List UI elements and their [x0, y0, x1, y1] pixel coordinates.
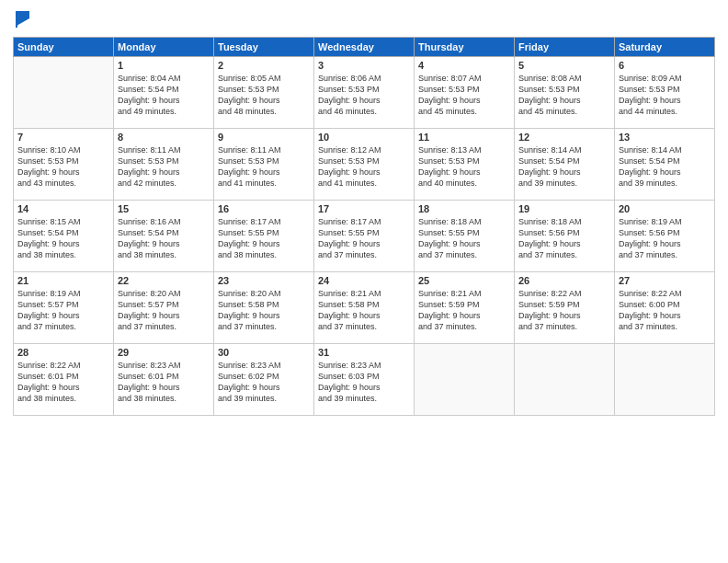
- day-number: 22: [118, 275, 210, 286]
- day-info: Sunrise: 8:21 AMSunset: 5:58 PMDaylight:…: [318, 288, 410, 333]
- day-number: 1: [118, 60, 210, 71]
- calendar-cell: 30Sunrise: 8:23 AMSunset: 6:02 PMDayligh…: [214, 344, 314, 416]
- day-number: 17: [318, 203, 410, 214]
- calendar-cell: 9Sunrise: 8:11 AMSunset: 5:53 PMDaylight…: [214, 129, 314, 201]
- calendar-cell: 7Sunrise: 8:10 AMSunset: 5:53 PMDaylight…: [14, 129, 114, 201]
- calendar-cell: 2Sunrise: 8:05 AMSunset: 5:53 PMDaylight…: [214, 57, 314, 129]
- week-row-4: 21Sunrise: 8:19 AMSunset: 5:57 PMDayligh…: [14, 272, 715, 344]
- weekday-header-thursday: Thursday: [415, 38, 515, 57]
- day-info: Sunrise: 8:14 AMSunset: 5:54 PMDaylight:…: [619, 144, 711, 190]
- calendar-cell: 24Sunrise: 8:21 AMSunset: 5:58 PMDayligh…: [314, 272, 415, 344]
- calendar-cell: 14Sunrise: 8:15 AMSunset: 5:54 PMDayligh…: [14, 201, 114, 272]
- day-info: Sunrise: 8:20 AMSunset: 5:58 PMDaylight:…: [218, 288, 310, 333]
- week-row-3: 14Sunrise: 8:15 AMSunset: 5:54 PMDayligh…: [14, 201, 715, 272]
- day-info: Sunrise: 8:10 AMSunset: 5:53 PMDaylight:…: [17, 144, 109, 190]
- calendar-cell: [14, 57, 114, 129]
- svg-marker-0: [17, 11, 29, 26]
- weekday-header-tuesday: Tuesday: [214, 38, 314, 57]
- calendar-cell: 8Sunrise: 8:11 AMSunset: 5:53 PMDaylight…: [114, 129, 214, 201]
- calendar-cell: 22Sunrise: 8:20 AMSunset: 5:57 PMDayligh…: [114, 272, 214, 344]
- day-info: Sunrise: 8:17 AMSunset: 5:55 PMDaylight:…: [318, 216, 410, 261]
- day-info: Sunrise: 8:06 AMSunset: 5:53 PMDaylight:…: [318, 73, 410, 118]
- day-info: Sunrise: 8:22 AMSunset: 6:01 PMDaylight:…: [17, 360, 109, 405]
- calendar-cell: 29Sunrise: 8:23 AMSunset: 6:01 PMDayligh…: [114, 344, 214, 416]
- day-number: 11: [418, 132, 510, 143]
- calendar-cell: 27Sunrise: 8:22 AMSunset: 6:00 PMDayligh…: [615, 272, 715, 344]
- day-number: 6: [619, 60, 711, 71]
- day-number: 3: [318, 60, 410, 71]
- logo: [13, 9, 31, 29]
- day-number: 15: [118, 203, 210, 214]
- day-number: 26: [518, 275, 610, 286]
- day-number: 8: [118, 132, 210, 143]
- day-number: 24: [318, 275, 410, 286]
- calendar-cell: 23Sunrise: 8:20 AMSunset: 5:58 PMDayligh…: [214, 272, 314, 344]
- day-info: Sunrise: 8:23 AMSunset: 6:03 PMDaylight:…: [318, 360, 410, 405]
- weekday-header-wednesday: Wednesday: [314, 38, 415, 57]
- calendar-cell: 19Sunrise: 8:18 AMSunset: 5:56 PMDayligh…: [515, 201, 615, 272]
- day-number: 23: [218, 275, 310, 286]
- calendar-cell: 16Sunrise: 8:17 AMSunset: 5:55 PMDayligh…: [214, 201, 314, 272]
- day-info: Sunrise: 8:16 AMSunset: 5:54 PMDaylight:…: [118, 216, 210, 261]
- day-info: Sunrise: 8:23 AMSunset: 6:02 PMDaylight:…: [218, 360, 310, 405]
- week-row-1: 1Sunrise: 8:04 AMSunset: 5:54 PMDaylight…: [14, 57, 715, 129]
- calendar-cell: 28Sunrise: 8:22 AMSunset: 6:01 PMDayligh…: [14, 344, 114, 416]
- day-number: 5: [518, 60, 610, 71]
- day-number: 2: [218, 60, 310, 71]
- day-number: 13: [619, 132, 711, 143]
- page-header: [13, 9, 715, 29]
- day-number: 30: [218, 347, 310, 358]
- day-number: 29: [118, 347, 210, 358]
- calendar-cell: 15Sunrise: 8:16 AMSunset: 5:54 PMDayligh…: [114, 201, 214, 272]
- day-info: Sunrise: 8:15 AMSunset: 5:54 PMDaylight:…: [17, 216, 109, 261]
- calendar-cell: 12Sunrise: 8:14 AMSunset: 5:54 PMDayligh…: [515, 129, 615, 201]
- day-info: Sunrise: 8:19 AMSunset: 5:57 PMDaylight:…: [17, 288, 109, 333]
- day-number: 9: [218, 132, 310, 143]
- day-info: Sunrise: 8:05 AMSunset: 5:53 PMDaylight:…: [218, 73, 310, 118]
- calendar-table: SundayMondayTuesdayWednesdayThursdayFrid…: [13, 37, 715, 416]
- calendar-cell: 26Sunrise: 8:22 AMSunset: 5:59 PMDayligh…: [515, 272, 615, 344]
- calendar-cell: 5Sunrise: 8:08 AMSunset: 5:53 PMDaylight…: [515, 57, 615, 129]
- day-number: 7: [17, 132, 109, 143]
- day-info: Sunrise: 8:11 AMSunset: 5:53 PMDaylight:…: [218, 144, 310, 190]
- calendar-cell: [515, 344, 615, 416]
- day-number: 25: [418, 275, 510, 286]
- day-info: Sunrise: 8:20 AMSunset: 5:57 PMDaylight:…: [118, 288, 210, 333]
- day-number: 21: [17, 275, 109, 286]
- day-info: Sunrise: 8:14 AMSunset: 5:54 PMDaylight:…: [518, 144, 610, 190]
- week-row-5: 28Sunrise: 8:22 AMSunset: 6:01 PMDayligh…: [14, 344, 715, 416]
- calendar-cell: 3Sunrise: 8:06 AMSunset: 5:53 PMDaylight…: [314, 57, 415, 129]
- calendar-cell: 18Sunrise: 8:18 AMSunset: 5:55 PMDayligh…: [415, 201, 515, 272]
- weekday-header-sunday: Sunday: [14, 38, 114, 57]
- day-info: Sunrise: 8:12 AMSunset: 5:53 PMDaylight:…: [318, 144, 410, 190]
- calendar-cell: 11Sunrise: 8:13 AMSunset: 5:53 PMDayligh…: [415, 129, 515, 201]
- calendar-cell: 21Sunrise: 8:19 AMSunset: 5:57 PMDayligh…: [14, 272, 114, 344]
- calendar-cell: 1Sunrise: 8:04 AMSunset: 5:54 PMDaylight…: [114, 57, 214, 129]
- calendar-cell: [615, 344, 715, 416]
- page-container: SundayMondayTuesdayWednesdayThursdayFrid…: [0, 0, 728, 563]
- day-info: Sunrise: 8:17 AMSunset: 5:55 PMDaylight:…: [218, 216, 310, 261]
- day-number: 27: [619, 275, 711, 286]
- calendar-cell: [415, 344, 515, 416]
- day-info: Sunrise: 8:18 AMSunset: 5:56 PMDaylight:…: [518, 216, 610, 261]
- day-info: Sunrise: 8:13 AMSunset: 5:53 PMDaylight:…: [418, 144, 510, 190]
- day-info: Sunrise: 8:23 AMSunset: 6:01 PMDaylight:…: [118, 360, 210, 405]
- day-number: 28: [17, 347, 109, 358]
- calendar-cell: 4Sunrise: 8:07 AMSunset: 5:53 PMDaylight…: [415, 57, 515, 129]
- weekday-header-row: SundayMondayTuesdayWednesdayThursdayFrid…: [14, 38, 715, 57]
- day-info: Sunrise: 8:22 AMSunset: 5:59 PMDaylight:…: [518, 288, 610, 333]
- weekday-header-monday: Monday: [114, 38, 214, 57]
- calendar-cell: 13Sunrise: 8:14 AMSunset: 5:54 PMDayligh…: [615, 129, 715, 201]
- day-number: 31: [318, 347, 410, 358]
- calendar-cell: 17Sunrise: 8:17 AMSunset: 5:55 PMDayligh…: [314, 201, 415, 272]
- day-info: Sunrise: 8:09 AMSunset: 5:53 PMDaylight:…: [619, 73, 711, 118]
- day-number: 12: [518, 132, 610, 143]
- day-info: Sunrise: 8:11 AMSunset: 5:53 PMDaylight:…: [118, 144, 210, 190]
- day-number: 14: [17, 203, 109, 214]
- calendar-cell: 10Sunrise: 8:12 AMSunset: 5:53 PMDayligh…: [314, 129, 415, 201]
- day-number: 20: [619, 203, 711, 214]
- day-number: 19: [518, 203, 610, 214]
- day-info: Sunrise: 8:04 AMSunset: 5:54 PMDaylight:…: [118, 73, 210, 118]
- day-info: Sunrise: 8:08 AMSunset: 5:53 PMDaylight:…: [518, 73, 610, 118]
- weekday-header-saturday: Saturday: [615, 38, 715, 57]
